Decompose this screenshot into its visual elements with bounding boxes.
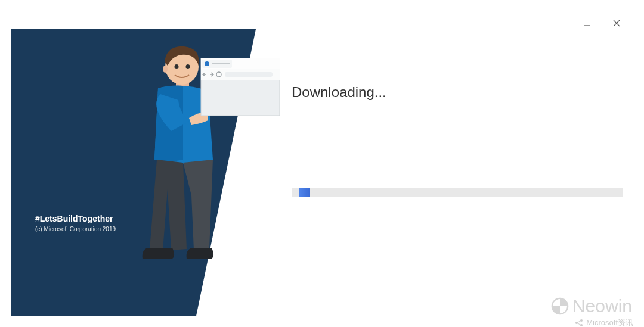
progress-fill (299, 188, 310, 197)
neowin-watermark: Neowin (551, 296, 632, 316)
neowin-logo-icon (551, 297, 569, 315)
status-text: Downloading... (292, 84, 386, 101)
neowin-watermark-text: Neowin (572, 296, 632, 316)
hashtag-text: #LetsBuildTogether (35, 214, 113, 223)
svg-line-21 (578, 323, 581, 325)
svg-point-6 (186, 64, 190, 69)
svg-point-17 (575, 322, 578, 324)
svg-point-7 (163, 66, 168, 73)
svg-point-11 (205, 61, 209, 66)
source-watermark-text: Microsoft资讯 (586, 317, 633, 327)
svg-point-19 (580, 324, 583, 326)
svg-rect-12 (212, 63, 230, 64)
svg-rect-15 (225, 72, 273, 77)
progress-bar (292, 188, 623, 197)
source-watermark: Microsoft资讯 (574, 317, 633, 327)
window-controls (580, 16, 624, 30)
character-illustration (125, 41, 280, 316)
svg-point-5 (175, 64, 179, 69)
copyright-text: (c) Microsoft Corporation 2019 (35, 226, 116, 232)
svg-line-20 (578, 321, 581, 323)
svg-point-18 (580, 319, 583, 322)
minimize-button[interactable] (580, 16, 595, 30)
installer-window: #LetsBuildTogether (c) Microsoft Corpora… (11, 11, 633, 316)
share-icon (574, 318, 584, 327)
close-button[interactable] (609, 16, 624, 30)
